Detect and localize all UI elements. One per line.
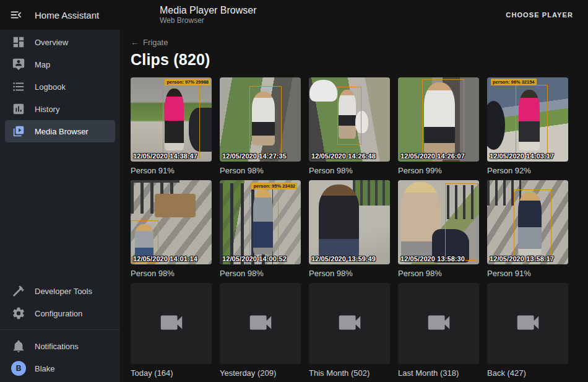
clip-thumbnail: person: 97% 29988 12/05/2020 14:38:47 — [131, 77, 212, 162]
sidebar-spacer — [0, 142, 120, 280]
sidebar-item-logbook[interactable]: Logbook — [5, 76, 115, 98]
folder-tile-this-month[interactable]: This Month (502) — [309, 283, 390, 378]
clip-caption: Person 98% — [309, 165, 390, 176]
clip-timestamp: 12/05/2020 13:58:17 — [490, 255, 554, 263]
sidebar-item-media-browser[interactable]: Media Browser — [5, 120, 115, 142]
sidebar-item-label: Configuration — [35, 309, 82, 318]
clip-thumbnail: person: 96% 32154 12/05/2020 14:03:17 — [487, 77, 568, 162]
menu-open-icon[interactable] — [4, 2, 28, 27]
folder-label: This Month (502) — [309, 368, 390, 378]
folder-label: Yesterday (209) — [220, 368, 301, 378]
sidebar-item-label: Overview — [35, 38, 68, 47]
clips-grid: person: 97% 29988 12/05/2020 14:38:47 Pe… — [131, 77, 578, 378]
page-header-subtitle: Web Browser — [160, 16, 257, 25]
sidebar-item-notifications[interactable]: Notifications — [5, 335, 115, 357]
clip-tile[interactable]: person: 97% 29988 12/05/2020 14:38:47 Pe… — [131, 77, 212, 176]
clip-tile[interactable]: 12/05/2020 14:26:07 Person 99% — [398, 77, 479, 176]
sidebar: Overview Map Logbook History Media Brows… — [0, 30, 121, 382]
detection-bbox — [516, 85, 548, 156]
clip-thumbnail: 12/05/2020 14:01:14 — [131, 180, 212, 264]
clip-timestamp: 12/05/2020 14:26:48 — [311, 152, 376, 160]
app-title: Home Assistant — [35, 10, 99, 20]
clip-thumbnail: 12/05/2020 14:27:35 — [220, 77, 301, 162]
clip-timestamp: 12/05/2020 13:58:30 — [400, 255, 465, 263]
video-camera-icon — [425, 308, 453, 339]
clip-timestamp: 12/05/2020 14:03:17 — [490, 152, 554, 160]
clip-tile[interactable]: person: 96% 32154 12/05/2020 14:03:17 Pe… — [487, 77, 568, 176]
folder-tile-back[interactable]: Back (427) — [487, 283, 568, 378]
chart-box-icon — [11, 102, 26, 116]
clip-timestamp: 12/05/2020 14:38:47 — [133, 152, 197, 160]
sidebar-item-label: Map — [35, 60, 50, 69]
car-figure — [309, 80, 337, 102]
video-camera-icon — [246, 308, 275, 339]
detection-label: person: 96% 32154 — [491, 79, 537, 85]
person-figure — [319, 184, 360, 260]
clip-caption: Person 98% — [220, 268, 301, 279]
folder-thumbnail — [131, 283, 212, 364]
clip-thumbnail: 12/05/2020 14:26:07 — [398, 77, 479, 162]
sidebar-item-label: Developer Tools — [35, 287, 92, 296]
clip-caption: Person 98% — [131, 268, 212, 279]
detection-bbox — [445, 183, 478, 260]
folder-tile-last-month[interactable]: Last Month (318) — [398, 283, 479, 378]
gear-icon — [11, 306, 26, 321]
sidebar-item-label: Media Browser — [35, 127, 89, 136]
clip-caption: Person 92% — [487, 165, 568, 176]
sidebar-item-developer-tools[interactable]: Developer Tools — [5, 280, 115, 302]
breadcrumb[interactable]: ← Frigate — [131, 38, 168, 47]
clip-tile[interactable]: 12/05/2020 13:58:30 Person 98% — [398, 180, 479, 279]
detection-label: person: 97% 29988 — [165, 79, 210, 85]
folder-tile-yesterday[interactable]: Yesterday (209) — [220, 283, 301, 378]
page-header: Media Player Browser Web Browser CHOOSE … — [121, 0, 588, 30]
clip-caption: Person 98% — [220, 165, 301, 176]
folder-label: Today (164) — [131, 368, 212, 378]
video-camera-icon — [514, 308, 542, 339]
choose-player-button[interactable]: CHOOSE PLAYER — [499, 6, 579, 24]
back-arrow-icon: ← — [131, 38, 139, 47]
detection-bbox — [249, 86, 282, 155]
clip-thumbnail: 12/05/2020 13:58:30 — [398, 180, 479, 264]
sidebar-item-map[interactable]: Map — [5, 53, 115, 76]
sidebar-item-label: Notifications — [35, 342, 79, 351]
folder-label: Back (427) — [487, 368, 568, 378]
play-box-multiple-icon — [11, 124, 26, 139]
tooltip-account-icon — [11, 57, 26, 72]
detection-bbox — [337, 87, 361, 145]
clip-tile[interactable]: 12/05/2020 14:27:35 Person 98% — [220, 77, 301, 176]
clip-caption: Person 91% — [487, 268, 568, 279]
page-header-title: Media Player Browser — [160, 5, 257, 16]
sidebar-divider — [0, 329, 120, 330]
clip-timestamp: 12/05/2020 14:01:14 — [133, 255, 197, 263]
sidebar-item-configuration[interactable]: Configuration — [5, 302, 115, 324]
folder-thumbnail — [220, 283, 301, 364]
stroller-wheel-figure — [487, 101, 505, 150]
clip-tile[interactable]: person: 95% 23432 12/05/2020 14:00:52 Pe… — [220, 180, 301, 279]
clip-caption: Person 91% — [131, 165, 212, 176]
sidebar-bottom-padding — [0, 380, 120, 382]
view-dashboard-icon — [11, 35, 26, 50]
clip-thumbnail: 12/05/2020 13:59:49 — [309, 180, 390, 264]
avatar: B — [11, 361, 26, 376]
sidebar-item-label: History — [35, 105, 59, 114]
clip-tile[interactable]: 12/05/2020 14:01:14 Person 98% — [131, 180, 212, 279]
detection-label: person: 95% 23432 — [251, 183, 297, 189]
clip-timestamp: 12/05/2020 13:59:49 — [311, 255, 376, 263]
video-camera-icon — [157, 308, 186, 339]
bell-icon — [11, 339, 26, 354]
clip-tile[interactable]: 12/05/2020 14:26:48 Person 98% — [309, 77, 390, 176]
folder-tile-today[interactable]: Today (164) — [131, 283, 212, 378]
sidebar-item-overview[interactable]: Overview — [5, 31, 115, 53]
page-heading: Media Player Browser Web Browser — [160, 5, 257, 25]
clip-caption: Person 98% — [309, 268, 390, 279]
sidebar-item-history[interactable]: History — [5, 98, 115, 120]
clip-tile[interactable]: 12/05/2020 13:58:17 Person 91% — [487, 180, 568, 279]
clip-tile[interactable]: 12/05/2020 13:59:49 Person 98% — [309, 180, 390, 279]
sidebar-item-label: Blake — [35, 364, 55, 373]
detection-bbox — [163, 84, 200, 158]
folder-thumbnail — [487, 283, 568, 364]
clip-thumbnail: 12/05/2020 14:26:48 — [309, 77, 390, 162]
sidebar-item-label: Logbook — [35, 82, 66, 92]
sidebar-item-profile[interactable]: B Blake — [5, 357, 115, 380]
clip-timestamp: 12/05/2020 14:27:35 — [222, 152, 287, 160]
